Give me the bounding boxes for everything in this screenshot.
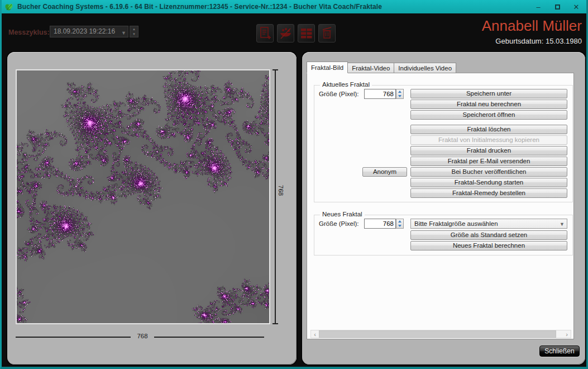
application-window: Bucher Coaching Systems - 6.19.6 - 64 Bi… [0,0,588,369]
close-icon: ✕ [573,3,580,11]
stepper-up-icon [396,219,403,224]
size-stepper[interactable] [396,89,404,99]
tab-individuelles-video[interactable]: Individuelles Video [394,63,456,73]
fraktalgroesse-dropdown[interactable]: Bitte Fraktalgröße auswählen ▼ [410,219,567,229]
horizontal-scrollbar[interactable]: ‹ › [310,330,571,338]
analysis-icon [279,26,293,41]
table-button[interactable] [298,24,315,42]
controls-panel: Fraktal-Bild Fraktal-Video Individuelles… [302,52,585,365]
measure-cap [273,323,278,324]
fractal-panel: 768 768 [7,52,297,365]
report-icon [258,26,272,41]
speichern-unter-button[interactable]: Speichern unter [410,89,567,98]
fraktal-neu-berechnen-button[interactable]: Fraktal neu berechnen [410,100,567,109]
maximize-icon [555,4,560,10]
dropdown-value: Bitte Fraktalgröße auswählen [414,220,498,227]
messzyklus-label: Messzyklus: [8,29,50,36]
chevron-down-icon: ▼ [560,220,565,229]
tab-fraktal-bild[interactable]: Fraktal-Bild [307,62,348,73]
minimize-icon: – [536,3,540,11]
fractal-image [17,70,269,323]
table-icon [299,26,313,41]
toolbar [256,24,336,42]
delete-button[interactable] [318,24,336,42]
messzyklus-value: 18.09.2023 19:22:16 [54,27,115,35]
tab-page: Aktuelles Fraktal Größe (Pixel): Speiche… [307,73,574,339]
tab-strip: Fraktal-Bild Fraktal-Video Individuelles… [307,62,456,73]
scrollbar-thumb[interactable] [319,330,556,338]
report-button[interactable] [256,24,274,42]
patient-name: Annabell Müller [482,17,582,35]
app-icon [4,2,13,11]
birthdate-label: Geburtsdatum: 15.03.1980 [495,37,582,45]
height-measure-line [275,69,276,324]
speicherort-oeffnen-button[interactable]: Speicherort öffnen [410,110,567,120]
tab-fraktal-video[interactable]: Fraktal-Video [347,63,394,73]
titlebar: Bucher Coaching Systems - 6.19.6 - 64 Bi… [0,0,588,13]
fraktal-kopieren-button: Fraktal von Initialmessung kopieren [410,135,567,145]
height-caption: 768 [278,185,284,196]
size-input[interactable] [364,89,396,99]
stepper-down-icon [396,224,403,228]
messzyklus-combobox[interactable]: 18.09.2023 19:22:16 ▼ [50,26,128,37]
size-label-new: Größe (Pixel): [319,220,359,227]
groupbox-legend: Neues Fraktal [320,211,365,217]
close-window-button[interactable]: ✕ [567,0,586,13]
width-caption: 768 [131,333,154,339]
stepper-up-icon [396,89,403,94]
bei-bucher-veroeffentlichen-button[interactable]: Bei Bucher veröffentlichen [410,167,567,177]
groesse-standard-button[interactable]: Größe als Standard setzen [410,230,567,240]
size-stepper-new[interactable] [396,219,404,229]
fraktal-loeschen-button[interactable]: Fraktal löschen [410,125,567,134]
messzyklus-stepper[interactable]: ▲ ▼ [130,26,138,37]
delete-icon [320,26,334,41]
fractal-frame [16,69,270,324]
fraktal-email-button[interactable]: Fraktal per E-Mail versenden [410,157,567,166]
fraktal-drucken-button[interactable]: Fraktal drucken [410,146,567,155]
groupbox-legend: Aktuelles Fraktal [320,81,372,88]
measure-cap [273,69,278,70]
stepper-down-icon [396,94,403,98]
combo-arrow-icon: ▼ [121,28,126,39]
size-label: Größe (Pixel): [319,91,359,97]
scroll-right-icon[interactable]: › [563,330,571,338]
fraktal-remedy-bestellen-button[interactable]: Fraktal-Remedy bestellen [410,188,567,198]
anonym-button[interactable]: Anonym [362,167,407,177]
schliessen-button[interactable]: Schließen [539,346,580,357]
minimize-button[interactable]: – [529,0,548,13]
neues-fraktal-berechnen-button[interactable]: Neues Fraktal berechnen [410,241,567,250]
analysis-button[interactable] [277,24,294,42]
size-input-new[interactable] [364,219,396,229]
scroll-left-icon[interactable]: ‹ [311,330,319,338]
window-title: Bucher Coaching Systems - 6.19.6 - 64 Bi… [17,3,382,11]
stepper-up-icon: ▲ [130,26,138,32]
maximize-button[interactable] [548,0,567,13]
stepper-down-icon: ▼ [130,32,138,37]
fraktal-sendung-starten-button[interactable]: Fraktal-Sendung starten [410,178,567,187]
